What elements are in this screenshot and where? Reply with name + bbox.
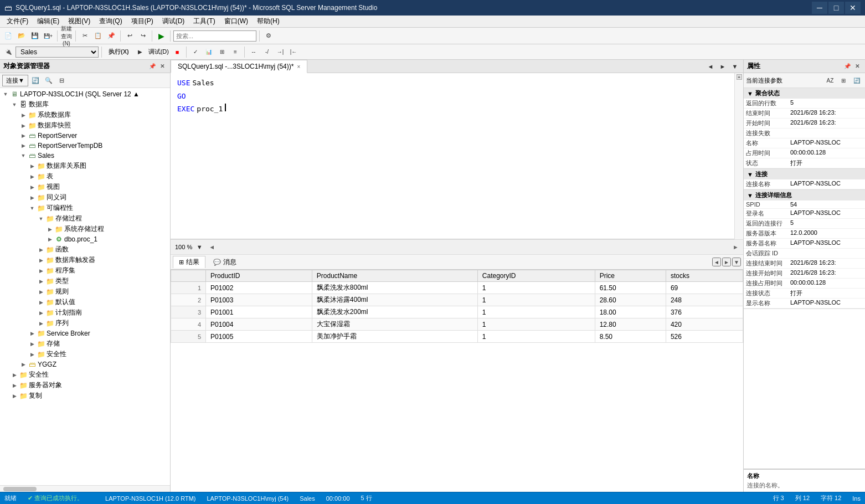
tab-scroll-right[interactable]: ► [717, 60, 729, 73]
expand-db-diagram[interactable]: ▶ [28, 162, 37, 171]
search-input[interactable] [173, 30, 256, 42]
tree-security-top[interactable]: ▶ 📁 安全性 [0, 369, 170, 380]
debug-query-button[interactable]: ▶ [134, 46, 146, 58]
tree-reportservertempdb[interactable]: ▶ 🗃 ReportServerTempDB [0, 141, 170, 151]
display-plan-button[interactable]: 📊 [203, 46, 215, 58]
prop-refresh[interactable]: 🔄 [851, 74, 863, 86]
tree-reportserver[interactable]: ▶ 🗃 ReportServer [0, 131, 170, 141]
minimize-button[interactable]: ─ [812, 2, 827, 14]
prop-close-icon[interactable]: ✕ [853, 62, 862, 71]
zoom-dropdown[interactable]: ▼ [195, 241, 203, 253]
undo-button[interactable]: ↩ [123, 30, 136, 42]
expand-server-objects[interactable]: ▶ [10, 381, 19, 390]
expand-reportserver[interactable]: ▶ [19, 131, 28, 140]
result-nav-dropdown[interactable]: ▼ [732, 258, 741, 266]
conn-details-section-header[interactable]: ▼ 连接详细信息 [744, 190, 865, 200]
expand-replication[interactable]: ▶ [10, 392, 19, 400]
expand-assemblies[interactable]: ▶ [37, 266, 45, 275]
tree-tables[interactable]: ▶ 📁 表 [0, 171, 170, 182]
tree-sales-security[interactable]: ▶ 📁 安全性 [0, 349, 170, 359]
oe-connect-button[interactable]: 连接▼ [2, 75, 28, 86]
tree-databases[interactable]: ▼ 🗄 数据库 [0, 99, 170, 110]
expand-service-broker[interactable]: ▶ [28, 329, 37, 338]
prop-pin-icon[interactable]: 📌 [843, 62, 852, 71]
result-nav-right[interactable]: ► [722, 258, 731, 266]
tree-stored-procs[interactable]: ▼ 📁 存储过程 [0, 213, 170, 224]
table-row[interactable]: 2P01003飘柔沐浴露400ml128.60248 [171, 294, 743, 306]
menu-help[interactable]: 帮助(H) [253, 16, 284, 27]
table-row[interactable]: 1P01002飘柔洗发水800ml161.5069 [171, 282, 743, 294]
tree-yggz[interactable]: ▶ 🗃 YGGZ [0, 359, 170, 369]
cut-button[interactable]: ✂ [79, 30, 91, 42]
tab-close-button[interactable]: × [297, 64, 300, 70]
tree-storage[interactable]: ▶ 📁 存储 [0, 338, 170, 349]
oe-refresh-button[interactable]: 🔄 [29, 74, 42, 86]
outdent-button[interactable]: |← [287, 46, 300, 58]
expand-system-dbs[interactable]: ▶ [19, 111, 28, 120]
result-nav-left[interactable]: ◄ [712, 258, 721, 266]
copy-button[interactable]: 📋 [92, 30, 104, 42]
tree-system-dbs[interactable]: ▶ 📁 系统数据库 [0, 110, 170, 120]
window-controls[interactable]: ─ □ ✕ [812, 2, 861, 14]
menu-tools[interactable]: 工具(T) [189, 16, 219, 27]
expand-sales-security[interactable]: ▶ [28, 350, 37, 359]
menu-edit[interactable]: 编辑(E) [33, 16, 64, 27]
pin-icon[interactable]: 📌 [148, 62, 157, 71]
expand-rules[interactable]: ▶ [37, 287, 45, 296]
oe-close-icon[interactable]: ✕ [158, 62, 167, 71]
expand-synonyms[interactable]: ▶ [28, 193, 37, 202]
results-text-button[interactable]: ≡ [229, 46, 241, 58]
table-row[interactable]: 5P01005美加净护手霜18.50526 [171, 331, 743, 343]
expand-security-top[interactable]: ▶ [10, 371, 19, 379]
expand-functions[interactable]: ▶ [37, 245, 45, 254]
expand-sales-db[interactable]: ▼ [19, 151, 28, 160]
menu-file[interactable]: 文件(F) [2, 16, 33, 27]
tree-db-snapshot[interactable]: ▶ 📁 数据库快照 [0, 120, 170, 131]
expand-plan-guides[interactable]: ▶ [37, 308, 45, 317]
tree-sequences[interactable]: ▶ 📁 序列 [0, 318, 170, 328]
new-query-button[interactable]: 新建查询(N) [60, 30, 73, 42]
connect-db-button[interactable]: 🔌 [2, 46, 14, 58]
tree-plan-guides[interactable]: ▶ 📁 计划指南 [0, 307, 170, 318]
execute-button[interactable]: ▶ [155, 30, 167, 42]
expand-stored-procs[interactable]: ▼ [37, 214, 45, 223]
execute-query-button[interactable]: 执行(X) [105, 46, 133, 58]
oe-filter-button[interactable]: 🔍 [43, 74, 55, 86]
tree-programmability[interactable]: ▼ 📁 可编程性 [0, 203, 170, 213]
tree-types[interactable]: ▶ 📁 类型 [0, 276, 170, 286]
tree-sys-procs[interactable]: ▶ 📁 系统存储过程 [0, 224, 170, 234]
menu-project[interactable]: 项目(P) [127, 16, 158, 27]
prop-sort-alpha[interactable]: AZ [824, 74, 836, 86]
editor-tab-sqlquery1[interactable]: SQLQuery1.sql -...3SLOC1H\myj (54))* × [171, 60, 307, 73]
save-all-button[interactable]: 💾+ [42, 30, 54, 42]
connection-section-header[interactable]: ▼ 连接 [744, 169, 865, 179]
parse-button[interactable]: ✓ [189, 46, 202, 58]
oe-hscroll[interactable] [0, 485, 170, 492]
indent-button[interactable]: →| [274, 46, 286, 58]
expand-server[interactable]: ▼ [1, 90, 10, 99]
comment-button[interactable]: -- [248, 46, 260, 58]
expand-types[interactable]: ▶ [37, 277, 45, 286]
oe-collapse-button[interactable]: ⊟ [56, 74, 68, 86]
tree-db-diagram[interactable]: ▶ 📁 数据库关系图 [0, 161, 170, 171]
tree-functions[interactable]: ▶ 📁 函数 [0, 244, 170, 255]
expand-db-triggers[interactable]: ▶ [37, 256, 45, 265]
editor-scrollbar-right[interactable]: + [734, 73, 743, 239]
aggregate-section-header[interactable]: ▼ 聚合状态 [744, 88, 865, 99]
tab-scroll-left[interactable]: ◄ [704, 60, 717, 73]
expand-sys-procs[interactable]: ▶ [45, 225, 54, 234]
save-button[interactable]: 💾 [29, 30, 41, 42]
tree-synonyms[interactable]: ▶ 📁 同义词 [0, 192, 170, 203]
settings-button[interactable]: ⚙ [262, 30, 275, 42]
expand-tables[interactable]: ▶ [28, 172, 37, 181]
tree-db-triggers[interactable]: ▶ 📁 数据库触发器 [0, 255, 170, 265]
uncomment-button[interactable]: -/ [261, 46, 273, 58]
expand-programmability[interactable]: ▼ [28, 204, 37, 213]
new-file-button[interactable]: 📄 [2, 30, 14, 42]
expand-views[interactable]: ▶ [28, 183, 37, 192]
tree-replication[interactable]: ▶ 📁 复制 [0, 390, 170, 401]
tree-service-broker[interactable]: ▶ 📁 Service Broker [0, 328, 170, 338]
results-tab-messages[interactable]: 💬 消息 [208, 256, 242, 268]
close-button[interactable]: ✕ [845, 2, 861, 14]
table-row[interactable]: 3P01001飘柔洗发水200ml118.00376 [171, 306, 743, 318]
